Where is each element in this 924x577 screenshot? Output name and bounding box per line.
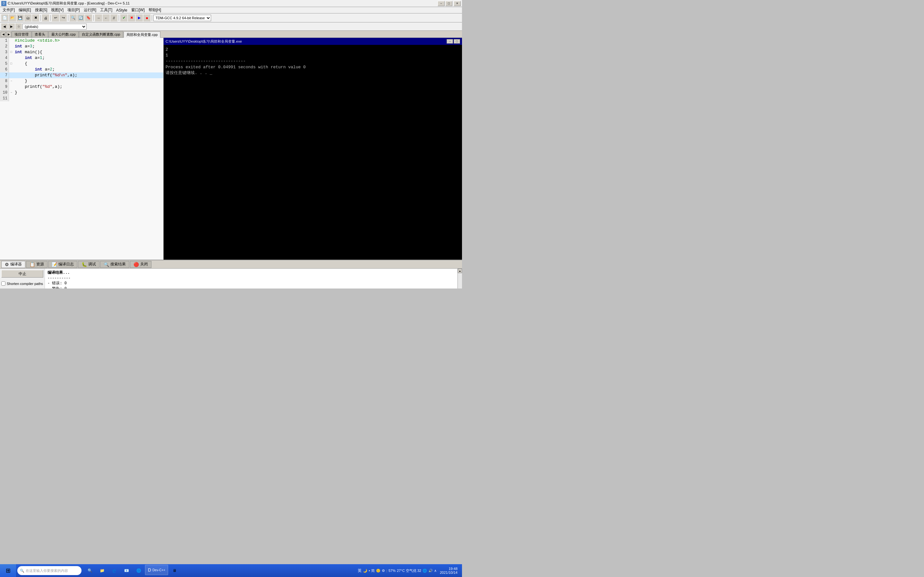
code-line-5: 5 □ { [0, 61, 163, 67]
scroll-up-button[interactable]: ▲ [458, 269, 462, 273]
terminal-line-3: -------------------------------- [166, 58, 460, 64]
scrollbar-vertical[interactable]: ▲ ▼ [457, 269, 462, 288]
bottom-tab-close[interactable]: 🔴 关闭 [130, 261, 152, 268]
terminal-controls: － □ [447, 39, 460, 44]
tab-local-global[interactable]: 局部和全局变量.cpp [124, 31, 161, 38]
stop-button[interactable]: 中止 [1, 270, 43, 277]
globals-dropdown[interactable]: (globals) [23, 24, 87, 29]
restore-button[interactable]: □ [445, 1, 452, 6]
bottom-tab-search[interactable]: 🔍 搜索结果 [100, 261, 129, 268]
menu-window[interactable]: 窗口[W] [129, 7, 147, 13]
terminal-title-bar: C:\Users\UYY\Desktop\练习\局部和全局变量.exe － □ [164, 38, 462, 45]
find-button[interactable]: 🔍 [69, 15, 77, 21]
menu-tools[interactable]: 工具[T] [98, 7, 114, 13]
sep5 [119, 15, 119, 21]
compile-button[interactable]: ✔ [120, 15, 128, 21]
code-line-2: 2 int a=3; [0, 44, 163, 49]
comment-button[interactable]: // [110, 15, 118, 21]
bottom-panel: ⚙ 编译器 📋 资源 📝 编译日志 🐛 调试 🔍 搜索结果 🔴 关闭 中止 [0, 259, 462, 288]
compile-run-button[interactable]: ▶ [136, 15, 143, 21]
code-line-11: 11 [0, 95, 163, 101]
close-button[interactable]: × [454, 1, 461, 6]
menu-file[interactable]: 文件[F] [1, 7, 17, 13]
tab-gcd[interactable]: 最大公约数.cpp [48, 31, 79, 37]
menu-run[interactable]: 运行[R] [82, 7, 98, 13]
indent-button[interactable]: → [95, 15, 102, 21]
code-line-6: 6 int a=2; [0, 67, 163, 73]
code-line-4: 4 int a=1; [0, 55, 163, 61]
menu-help[interactable]: 帮助[H] [147, 7, 163, 13]
log-line-errors: - 错误: 0 [47, 280, 455, 286]
title-controls: － □ × [438, 1, 461, 6]
sep2 [50, 15, 51, 21]
minimize-button[interactable]: － [438, 1, 445, 6]
code-area[interactable]: 1 #include <stdio.h> 2 int a=3; 3 □ int … [0, 38, 163, 259]
menu-bar: 文件[F] 编辑[E] 搜索[S] 视图[V] 项目[P] 运行[R] 工具[T… [0, 7, 462, 13]
bookmark-button[interactable]: ☆ [15, 23, 22, 30]
menu-edit[interactable]: 编辑[E] [17, 7, 33, 13]
run-button[interactable]: ✖ [128, 15, 135, 21]
tab-bar: ◀ ▶ 项目管理 查看头 最大公约数.cpp 自定义函数判断素数.cpp 局部和… [0, 31, 462, 38]
replace-button[interactable]: 🔄 [78, 15, 84, 21]
bottom-tab-resources[interactable]: 📋 资源 [26, 261, 47, 268]
toolbar: 📄 📂 💾 🗂 ✖ 🖨 ↩ ↪ 🔍 🔄 🔖 → ← // ✔ ✖ ▶ ■ TDM… [0, 13, 462, 23]
tab-nav-left[interactable]: ◀ [1, 32, 6, 37]
forward-button[interactable]: ▶ [8, 23, 15, 30]
code-line-3: 3 □ int main(){ [0, 49, 163, 55]
sep6 [152, 15, 152, 21]
menu-view[interactable]: 视图[V] [49, 7, 65, 13]
toolbar2: ◀ ▶ ☆ (globals) [0, 23, 462, 31]
open-button[interactable]: 📂 [9, 15, 16, 21]
terminal-wrapper: C:\Users\UYY\Desktop\练习\局部和全局变量.exe － □ … [164, 38, 462, 259]
menu-astyle[interactable]: AStyle [114, 7, 129, 13]
shorten-paths-checkbox[interactable] [1, 282, 5, 285]
code-line-7: 7 printf("%d\n",a); [0, 73, 163, 78]
print-button[interactable]: 🖨 [42, 15, 49, 21]
menu-project[interactable]: 项目[P] [65, 7, 82, 13]
bottom-tab-bar: ⚙ 编译器 📋 资源 📝 编译日志 🐛 调试 🔍 搜索结果 🔴 关闭 [0, 260, 462, 269]
bottom-tab-debug[interactable]: 🐛 调试 [78, 261, 99, 268]
save-all-button[interactable]: 🗂 [24, 15, 31, 21]
terminal-title-text: C:\Users\UYY\Desktop\练习\局部和全局变量.exe [166, 39, 242, 44]
bottom-content: 中止 Shorten compiler paths 编译结果... ------… [0, 269, 462, 288]
editor-panel: 1 #include <stdio.h> 2 int a=3; 3 □ int … [0, 38, 164, 259]
terminal-minimize[interactable]: － [447, 39, 453, 44]
sep1 [40, 15, 41, 21]
menu-search[interactable]: 搜索[S] [33, 7, 49, 13]
main-area: 1 #include <stdio.h> 2 int a=3; 3 □ int … [0, 38, 462, 259]
stop-button[interactable]: ■ [144, 15, 150, 21]
bottom-tab-compile-log[interactable]: 📝 编译日志 [48, 261, 78, 268]
code-line-9: 9 printf("%d",a); [0, 84, 163, 90]
compiler-dropdown[interactable]: TDM-GCC 4.9.2 64-bit Release [153, 15, 211, 21]
scroll-track [458, 273, 462, 288]
terminal-maximize[interactable]: □ [454, 39, 460, 44]
terminal-body: 2 1 -------------------------------- Pro… [164, 45, 462, 259]
back-button[interactable]: ◀ [1, 23, 8, 30]
log-line-warnings: - 警告: 0 [47, 286, 455, 288]
compile-log: 编译结果... ---------- - 错误: 0 - 警告: 0 - 输出文… [45, 269, 457, 288]
app-icon: D [1, 1, 6, 6]
log-title: 编译结果... [47, 270, 455, 276]
undo-button[interactable]: ↩ [52, 15, 59, 21]
title-bar-left: D C:\Users\UYY\Desktop\练习\局部和全局变量.cpp - … [1, 1, 129, 6]
save-button[interactable]: 💾 [17, 15, 24, 21]
bookmarks-button[interactable]: 🔖 [85, 15, 92, 21]
tab-project-manager[interactable]: 项目管理 [11, 31, 31, 37]
tab-custom-func[interactable]: 自定义函数判断素数.cpp [79, 31, 123, 37]
tab-nav-right[interactable]: ▶ [6, 32, 11, 37]
terminal-line-5: 请按任意键继续. . . _ [166, 70, 460, 76]
terminal-line-1: 2 [166, 47, 460, 53]
shorten-paths-label: Shorten compiler paths [7, 282, 43, 285]
code-line-1: 1 #include <stdio.h> [0, 38, 163, 44]
redo-button[interactable]: ↪ [60, 15, 67, 21]
new-button[interactable]: 📄 [1, 15, 8, 21]
shorten-paths-row: Shorten compiler paths [1, 282, 43, 285]
log-line-sep: ---------- [47, 276, 455, 280]
unindent-button[interactable]: ← [103, 15, 110, 21]
tab-look-headers[interactable]: 查看头 [32, 31, 48, 37]
terminal-line-2: 1 [166, 53, 460, 58]
bottom-tab-compiler[interactable]: ⚙ 编译器 [1, 261, 25, 268]
close-file-button[interactable]: ✖ [32, 15, 39, 21]
title-bar: D C:\Users\UYY\Desktop\练习\局部和全局变量.cpp - … [0, 0, 462, 7]
code-line-8: 8 － } [0, 78, 163, 84]
